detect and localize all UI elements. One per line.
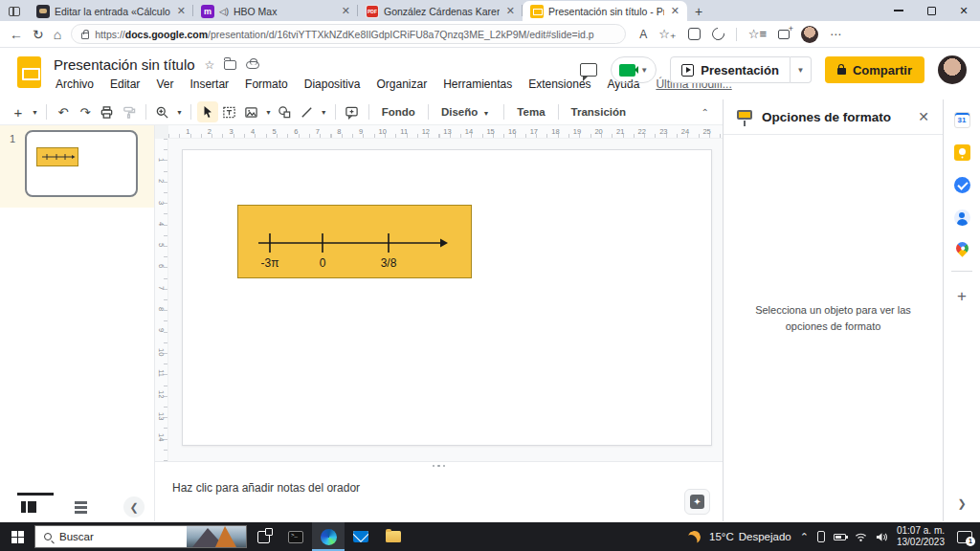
document-title[interactable]: Presentación sin título <box>54 56 195 73</box>
new-tab-button[interactable]: + <box>687 2 710 21</box>
notification-center-icon[interactable]: 1 <box>957 531 972 543</box>
select-tool-icon[interactable] <box>197 101 218 122</box>
shape-icon[interactable] <box>275 101 296 122</box>
background-button[interactable]: Fondo <box>375 106 422 118</box>
tab-audio-icon[interactable]: ◁) <box>219 7 229 16</box>
start-button[interactable] <box>0 522 34 551</box>
close-panel-icon[interactable]: ✕ <box>918 109 929 124</box>
document-status-cloud-icon[interactable] <box>246 61 259 69</box>
home-icon[interactable]: ⌂ <box>54 28 61 41</box>
notes-resize-handle[interactable] <box>155 461 723 470</box>
menu-editar[interactable]: Editar <box>110 77 140 91</box>
battery-icon[interactable] <box>834 534 846 540</box>
browser-tab-active[interactable]: Presentación sin título - Presenta ✕ <box>523 1 687 21</box>
filmstrip-view-icon[interactable] <box>10 501 48 513</box>
image-caret[interactable]: ▼ <box>263 109 274 116</box>
taskbar-search-input[interactable]: Buscar <box>34 525 247 548</box>
url-field[interactable]: https://docs.google.com/presentation/d/1… <box>71 24 626 44</box>
browser-profile-avatar[interactable] <box>801 26 818 43</box>
add-addon-icon[interactable]: + <box>957 288 967 304</box>
file-explorer-button[interactable] <box>377 522 410 551</box>
wifi-icon[interactable] <box>855 532 867 542</box>
menu-ver[interactable]: Ver <box>156 77 173 91</box>
browser-tab-3[interactable]: González Cárdenas Karen_Obs_J ✕ <box>358 1 523 21</box>
search-highlight-image[interactable] <box>187 526 246 547</box>
browser-menu-icon[interactable]: ⋯ <box>830 28 841 41</box>
print-icon[interactable] <box>97 101 118 122</box>
refresh-icon[interactable]: ↻ <box>33 28 44 41</box>
minimize-button[interactable] <box>882 0 915 21</box>
slide-canvas[interactable]: -3π 0 3/8 <box>182 149 712 446</box>
insert-image-icon[interactable] <box>241 101 262 122</box>
new-slide-caret[interactable]: ▼ <box>30 109 40 116</box>
present-options-caret[interactable]: ▼ <box>791 56 812 83</box>
google-slides-logo[interactable] <box>17 56 41 88</box>
read-aloud-icon[interactable]: A <box>639 28 647 41</box>
collapse-filmstrip-icon[interactable]: ❮ <box>123 496 145 518</box>
paint-format-icon[interactable] <box>119 101 140 122</box>
new-slide-button[interactable]: + <box>8 101 29 122</box>
undo-icon[interactable]: ↶ <box>53 101 74 122</box>
slide-thumbnail[interactable] <box>25 130 138 197</box>
line-caret[interactable]: ▼ <box>319 109 329 116</box>
share-button[interactable]: Compartir <box>825 56 924 83</box>
clock-widget[interactable]: 01:07 a. m. 13/02/2023 <box>897 525 945 549</box>
browser-tab-1[interactable]: Editar la entrada «Cálculo Diferen ✕ <box>29 1 193 21</box>
move-to-folder-icon[interactable] <box>224 60 236 70</box>
back-icon[interactable]: ← <box>10 28 23 41</box>
tab-close-icon[interactable]: ✕ <box>504 5 517 17</box>
text-box-icon[interactable] <box>219 101 240 122</box>
star-document-icon[interactable]: ☆ <box>205 58 215 72</box>
menu-herramientas[interactable]: Herramientas <box>443 77 512 91</box>
weather-moon-icon[interactable] <box>687 529 702 544</box>
tab-close-icon[interactable]: ✕ <box>669 5 681 17</box>
add-favorite-icon[interactable]: ☆₊ <box>658 27 677 41</box>
tasks-icon[interactable] <box>954 177 970 193</box>
menu-formato[interactable]: Formato <box>245 77 288 91</box>
terminal-app-button[interactable] <box>279 522 312 551</box>
favorites-bar-icon[interactable]: ☆≡ <box>748 27 767 41</box>
extension-icon[interactable] <box>709 25 726 42</box>
menu-insertar[interactable]: Insertar <box>189 77 229 91</box>
account-avatar[interactable] <box>938 55 967 84</box>
volume-icon[interactable] <box>876 532 888 542</box>
tab-close-icon[interactable]: ✕ <box>175 5 188 17</box>
layout-button[interactable]: Diseño ▼ <box>434 106 498 118</box>
line-tool-icon[interactable] <box>297 101 318 122</box>
calendar-icon[interactable]: 31 <box>954 112 970 128</box>
tab-actions-menu-icon[interactable] <box>0 2 29 21</box>
contacts-icon[interactable] <box>954 209 970 226</box>
edge-app-button[interactable] <box>312 522 345 551</box>
present-button[interactable]: Presentación <box>670 56 791 83</box>
restore-button[interactable] <box>915 0 947 21</box>
redo-icon[interactable]: ↷ <box>75 101 96 122</box>
zoom-caret[interactable]: ▼ <box>174 109 185 116</box>
maps-icon[interactable] <box>953 239 970 256</box>
comments-icon[interactable] <box>580 63 597 77</box>
insert-comment-icon[interactable] <box>342 101 363 122</box>
browser-tab-2[interactable]: m ◁) HBO Max ✕ <box>193 1 358 21</box>
zoom-icon[interactable] <box>152 101 173 122</box>
task-view-button[interactable] <box>247 522 279 551</box>
meet-button[interactable]: ▼ <box>611 56 657 83</box>
menu-organizar[interactable]: Organizar <box>376 77 427 91</box>
grid-view-icon[interactable] <box>75 501 87 514</box>
collapse-side-rail-icon[interactable]: ❯ <box>957 497 966 510</box>
explore-button[interactable] <box>684 489 710 515</box>
browser-essentials-icon[interactable] <box>688 28 701 40</box>
collections-icon[interactable] <box>778 30 790 39</box>
phone-link-icon[interactable] <box>817 531 825 542</box>
transition-button[interactable]: Transición <box>565 106 634 118</box>
close-window-button[interactable]: ✕ <box>947 0 980 21</box>
mail-app-button[interactable] <box>345 522 377 551</box>
collapse-toolbar-icon[interactable]: ⌃ <box>702 107 715 118</box>
hidden-icons-chevron[interactable]: ⌃ <box>800 531 809 543</box>
number-line-shape[interactable]: -3π 0 3/8 <box>237 205 472 278</box>
menu-archivo[interactable]: Archivo <box>56 77 94 91</box>
weather-widget[interactable]: 15°C Despejado <box>709 531 791 542</box>
tab-close-icon[interactable]: ✕ <box>340 5 352 17</box>
keep-icon[interactable] <box>954 144 970 161</box>
speaker-notes-placeholder[interactable]: Haz clic para añadir notas del orador <box>172 481 360 495</box>
slide-row-selected[interactable]: 1 <box>0 125 154 208</box>
theme-button[interactable]: Tema <box>510 106 551 118</box>
